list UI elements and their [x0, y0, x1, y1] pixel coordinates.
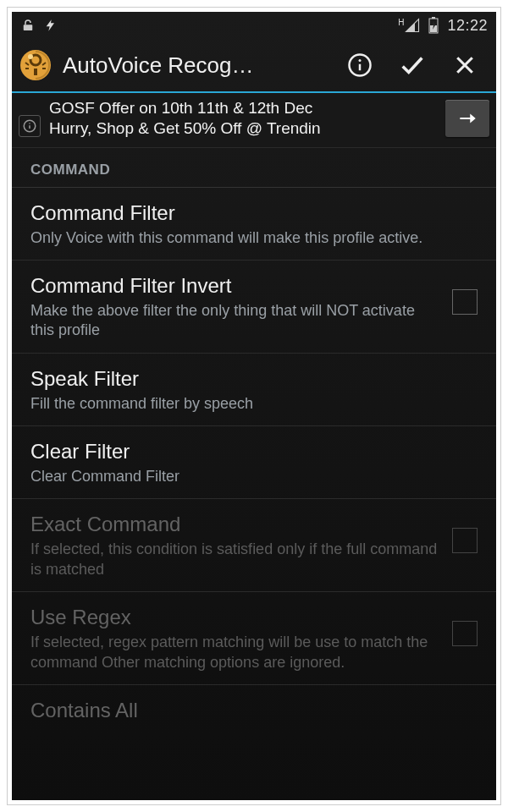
- confirm-button[interactable]: [389, 42, 435, 88]
- svg-point-6: [28, 54, 33, 59]
- item-use-regex: Use Regex If selected, regex pattern mat…: [12, 592, 496, 685]
- item-desc: Make the above filter the only thing tha…: [30, 301, 442, 341]
- app-icon: [17, 47, 54, 84]
- svg-rect-5: [34, 69, 37, 75]
- item-title: Use Regex: [30, 606, 442, 629]
- close-button[interactable]: [442, 42, 488, 88]
- item-title: Command Filter Invert: [30, 274, 442, 298]
- item-exact-command: Exact Command If selected, this conditio…: [12, 499, 496, 592]
- ad-text: GOSF Offer on 10th 11th & 12th Dec Hurry…: [49, 98, 437, 139]
- action-bar: AutoVoice Recog…: [12, 39, 496, 93]
- item-desc: Fill the command filter by speech: [30, 394, 478, 414]
- item-desc: Only Voice with this command will make t…: [30, 228, 478, 248]
- ad-info-icon[interactable]: [19, 115, 41, 137]
- item-desc: Clear Command Filter: [30, 467, 478, 486]
- item-title: Exact Command: [30, 513, 442, 536]
- clock: 12:22: [447, 17, 488, 35]
- item-command-filter-invert[interactable]: Command Filter Invert Make the above fil…: [12, 261, 496, 354]
- item-command-filter[interactable]: Command Filter Only Voice with this comm…: [12, 188, 496, 261]
- signal-icon: H: [398, 18, 420, 33]
- section-header-command: COMMAND: [12, 148, 496, 188]
- settings-list: Command Filter Only Voice with this comm…: [12, 188, 496, 801]
- item-title: Speak Filter: [30, 367, 478, 391]
- checkbox: [452, 528, 478, 553]
- svg-rect-2: [432, 17, 435, 19]
- checkbox[interactable]: [452, 289, 478, 315]
- ad-banner[interactable]: GOSF Offer on 10th 11th & 12th Dec Hurry…: [12, 93, 496, 148]
- status-bar: H 12:22: [12, 12, 496, 39]
- info-button[interactable]: [337, 42, 383, 88]
- item-title: Contains All: [30, 699, 478, 722]
- item-speak-filter[interactable]: Speak Filter Fill the command filter by …: [12, 354, 496, 426]
- svg-rect-0: [24, 25, 33, 30]
- item-desc: If selected, this condition is satisfied…: [30, 540, 442, 579]
- item-desc: If selected, regex pattern matching will…: [30, 633, 442, 672]
- battery-icon: [428, 17, 439, 34]
- page-title: AutoVoice Recog…: [63, 52, 330, 79]
- unlock-icon: [20, 18, 36, 33]
- item-contains-all: Contains All: [12, 685, 496, 726]
- item-clear-filter[interactable]: Clear Filter Clear Command Filter: [12, 426, 496, 499]
- bolt-icon: [44, 17, 58, 34]
- item-title: Clear Filter: [30, 440, 478, 464]
- svg-point-9: [359, 59, 362, 62]
- ad-arrow-button[interactable]: [445, 100, 489, 137]
- checkbox: [452, 621, 478, 646]
- svg-point-12: [29, 123, 30, 124]
- item-title: Command Filter: [30, 201, 478, 225]
